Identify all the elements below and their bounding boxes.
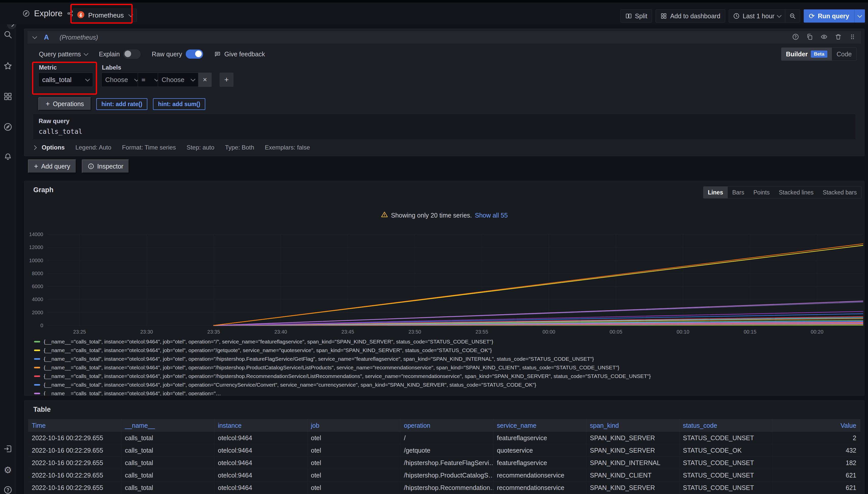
grafana-explore-page: ⚙ Explore Prometheus Split	[0, 0, 868, 494]
datasource-picker[interactable]: Prometheus	[73, 8, 137, 22]
table-column-header[interactable]: instance	[214, 419, 307, 432]
raw-query-preview: Raw query calls_total	[33, 114, 856, 140]
table-column-header[interactable]: Time	[28, 419, 121, 432]
toggle-visibility-eye-icon[interactable]	[820, 33, 828, 41]
run-query-dropdown[interactable]	[854, 10, 865, 23]
time-series-chart[interactable]: 23:2523:3023:3523:4023:4523:5023:5500:00…	[26, 228, 864, 345]
help-icon[interactable]	[3, 486, 13, 494]
svg-text:23:40: 23:40	[274, 329, 287, 335]
nav-sidebar: ⚙	[0, 2, 16, 494]
table-row[interactable]: 2022-10-16 00:22:29.655calls_total otelc…	[28, 457, 861, 469]
query-hint-button[interactable]: hint: add rate()	[96, 98, 147, 110]
query-options-row[interactable]: Options Legend: AutoFormat: Time seriesS…	[33, 142, 856, 153]
gear-icon[interactable]: ⚙	[3, 466, 13, 475]
legend-item[interactable]: {__name__="calls_total", instance="otelc…	[34, 389, 862, 396]
metric-select[interactable]: calls_total	[38, 73, 93, 87]
show-all-series-link[interactable]: Show all 55	[475, 212, 508, 219]
remove-label-filter-button[interactable]: ×	[198, 73, 212, 87]
explain-control: Explain	[99, 50, 141, 59]
drag-handle-icon[interactable]	[849, 33, 856, 41]
table-column-header[interactable]: Value	[772, 419, 861, 432]
search-icon[interactable]	[3, 30, 13, 39]
svg-text:23:30: 23:30	[140, 329, 153, 335]
builder-tab[interactable]: Builder Beta	[781, 48, 832, 60]
graph-panel-title: Graph	[33, 186, 54, 194]
add-query-button[interactable]: + Add query	[28, 159, 76, 173]
labels-label: Labels	[102, 64, 121, 71]
table-panel-title: Table	[33, 406, 51, 414]
svg-text:00:20: 00:20	[811, 329, 824, 335]
options-summary-item: Format: Time series	[122, 144, 176, 151]
options-label: Options	[42, 144, 65, 151]
dashboards-icon[interactable]	[3, 92, 13, 101]
beta-badge: Beta	[811, 51, 827, 58]
chevron-down-icon	[191, 77, 195, 81]
delete-query-trash-icon[interactable]	[835, 33, 842, 41]
query-help-icon[interactable]	[792, 33, 799, 41]
sign-in-icon[interactable]	[3, 444, 13, 453]
query-editor-panel: A (Prometheus) Query patterns Explain Ra…	[24, 29, 865, 156]
alerting-bell-icon[interactable]	[3, 152, 13, 162]
legend-item[interactable]: {__name__="calls_total", instance="otelc…	[34, 355, 862, 363]
options-summary-item: Step: auto	[186, 144, 214, 151]
graph-mode-tab[interactable]: Stacked lines	[774, 187, 818, 198]
svg-text:2000: 2000	[32, 310, 43, 315]
explain-toggle[interactable]	[123, 50, 141, 59]
raw-query-toggle[interactable]	[186, 50, 203, 59]
run-query-button[interactable]: ⟳ Run query	[804, 10, 865, 23]
window-top-strip	[0, 0, 868, 2]
query-patterns-dropdown[interactable]: Query patterns	[39, 51, 88, 58]
starred-icon[interactable]	[3, 61, 13, 71]
legend-series-color	[34, 367, 40, 368]
table-row[interactable]: 2022-10-16 00:22:29.655calls_total otelc…	[28, 481, 861, 494]
legend-item[interactable]: {__name__="calls_total", instance="otelc…	[34, 381, 862, 389]
legend-series-color	[34, 341, 40, 342]
raw-query-control: Raw query	[152, 50, 203, 59]
table-row[interactable]: 2022-10-16 00:22:29.655calls_total otelc…	[28, 444, 861, 457]
duplicate-query-icon[interactable]	[806, 33, 813, 41]
split-button[interactable]: Split	[620, 10, 652, 23]
table-header-row: Time__name__instancejoboperationservice_…	[28, 419, 861, 432]
table-column-header[interactable]: service_name	[493, 419, 586, 432]
operations-button[interactable]: + Operations	[38, 97, 91, 110]
legend-series-color	[34, 384, 40, 386]
graph-mode-tab[interactable]: Bars	[728, 187, 749, 198]
options-summary-item: Exemplars: false	[265, 144, 310, 151]
query-hint-button[interactable]: hint: add sum()	[153, 98, 205, 110]
table-row[interactable]: 2022-10-16 00:22:29.655calls_total otelc…	[28, 469, 861, 481]
legend-item[interactable]: {__name__="calls_total", instance="otelc…	[34, 346, 862, 355]
legend-item[interactable]: {__name__="calls_total", instance="otelc…	[34, 337, 862, 346]
legend-series-color	[34, 376, 40, 377]
table-column-header[interactable]: span_kind	[586, 419, 679, 432]
code-tab[interactable]: Code	[832, 48, 856, 60]
label-value-select[interactable]: Choose	[158, 73, 198, 87]
label-key-select[interactable]: Choose	[102, 73, 142, 87]
graph-mode-tab[interactable]: Points	[749, 187, 774, 198]
explore-toolbar: Explore Prometheus Split Add to dashboar…	[0, 2, 868, 24]
table-column-header[interactable]: __name__	[121, 419, 214, 432]
legend-item[interactable]: {__name__="calls_total", instance="otelc…	[34, 363, 862, 372]
legend-series-label: {__name__="calls_total", instance="otelc…	[44, 356, 594, 362]
svg-text:14000: 14000	[29, 231, 43, 237]
graph-mode-tab[interactable]: Lines	[703, 187, 728, 198]
inspector-button[interactable]: Inspector	[82, 159, 129, 173]
add-label-filter-button[interactable]: +	[219, 73, 234, 87]
table-column-header[interactable]: operation	[400, 419, 493, 432]
legend-item[interactable]: {__name__="calls_total", instance="otelc…	[34, 372, 862, 381]
time-range-picker[interactable]: Last 1 hour	[729, 10, 785, 22]
table-panel: Table Time__name__instancejoboperationse…	[24, 400, 865, 494]
chevron-down-icon	[857, 13, 862, 18]
table-column-header[interactable]: job	[307, 419, 400, 432]
add-to-dashboard-button[interactable]: Add to dashboard	[655, 10, 725, 23]
legend-series-label: {__name__="calls_total", instance="otelc…	[44, 382, 536, 388]
explore-compass-icon[interactable]	[3, 122, 13, 132]
graph-panel: Graph LinesBarsPointsStacked linesStacke…	[24, 181, 865, 396]
dashboard-grid-icon	[661, 13, 667, 19]
graph-mode-tab[interactable]: Stacked bars	[818, 187, 862, 198]
table-row[interactable]: 2022-10-16 00:22:29.655calls_total otelc…	[28, 432, 861, 444]
legend-series-label: {__name__="calls_total", instance="otelc…	[44, 347, 492, 353]
give-feedback-link[interactable]: Give feedback	[214, 51, 265, 58]
svg-text:23:50: 23:50	[408, 329, 421, 335]
table-column-header[interactable]: status_code	[679, 419, 772, 432]
time-zoom-out-button[interactable]	[785, 10, 800, 22]
